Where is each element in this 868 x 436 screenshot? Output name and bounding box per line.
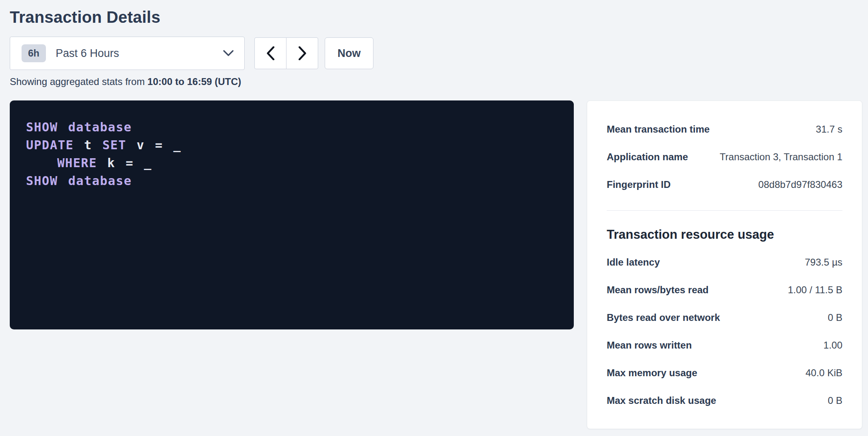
stat-row-application-name: Application name Transaction 3, Transact… [607, 143, 842, 171]
transaction-sql-panel: SHOW databaseUPDATE t SET v = _ WHERE k … [10, 100, 574, 329]
stat-label: Mean transaction time [607, 124, 710, 135]
time-controls: 6h Past 6 Hours Now [10, 37, 862, 70]
transaction-details-card: Mean transaction time 31.7 s Application… [587, 100, 862, 429]
stat-label: Mean rows written [607, 340, 692, 351]
sql-line: SHOW database [26, 172, 558, 190]
range-value: 10:00 to 16:59 (UTC) [148, 76, 241, 87]
now-button[interactable]: Now [325, 37, 373, 69]
stat-row-bytes-read-over-network: Bytes read over network 0 B [607, 304, 842, 331]
card-divider [607, 210, 842, 211]
stat-value: 08d8b7d97f830463 [758, 179, 842, 190]
prev-interval-button[interactable] [254, 37, 286, 69]
time-interval-label: Past 6 Hours [56, 47, 119, 60]
stat-value: 0 B [828, 395, 842, 406]
stat-value: 40.0 KiB [805, 367, 842, 379]
aggregated-stats-range: Showing aggregated stats from 10:00 to 1… [10, 75, 862, 88]
stat-row-mean-transaction-time: Mean transaction time 31.7 s [607, 116, 842, 143]
sql-line: SHOW database [26, 118, 558, 136]
chevron-right-icon [298, 46, 306, 60]
sql-line: WHERE k = _ [26, 154, 558, 172]
time-interval-badge: 6h [22, 44, 46, 62]
stat-value: 1.00 / 11.5 B [788, 284, 842, 296]
next-interval-button[interactable] [286, 37, 318, 69]
range-prefix: Showing aggregated stats from [10, 76, 148, 87]
stat-label: Fingerprint ID [607, 179, 671, 190]
stat-value: 1.00 [823, 340, 842, 351]
sql-line: UPDATE t SET v = _ [26, 136, 558, 154]
resource-usage-heading: Transaction resource usage [607, 221, 842, 249]
chevron-left-icon [267, 46, 275, 60]
main-content: SHOW databaseUPDATE t SET v = _ WHERE k … [10, 100, 862, 429]
stat-value: 31.7 s [816, 124, 842, 135]
stat-row-max-scratch-disk-usage: Max scratch disk usage 0 B [607, 387, 842, 414]
stat-row-fingerprint-id: Fingerprint ID 08d8b7d97f830463 [607, 171, 842, 198]
stat-label: Bytes read over network [607, 312, 720, 323]
stat-row-idle-latency: Idle latency 793.5 µs [607, 249, 842, 276]
stat-row-mean-rows-written: Mean rows written 1.00 [607, 331, 842, 359]
transaction-details-page: Transaction Details 6h Past 6 Hours Now … [0, 0, 868, 436]
stat-row-max-memory-usage: Max memory usage 40.0 KiB [607, 359, 842, 387]
stat-row-mean-rows-bytes-read: Mean rows/bytes read 1.00 / 11.5 B [607, 276, 842, 304]
stat-value: 793.5 µs [805, 257, 842, 268]
time-interval-dropdown[interactable]: 6h Past 6 Hours [10, 37, 245, 70]
chevron-down-icon [223, 50, 234, 57]
stat-label: Max memory usage [607, 367, 697, 379]
stat-label: Mean rows/bytes read [607, 284, 709, 296]
stat-label: Application name [607, 151, 688, 163]
interval-step-buttons [254, 37, 318, 69]
stat-value: 0 B [828, 312, 842, 323]
stat-value: Transaction 3, Transaction 1 [720, 151, 842, 163]
stat-label: Max scratch disk usage [607, 395, 716, 406]
page-title: Transaction Details [10, 7, 862, 27]
sql-statements: SHOW databaseUPDATE t SET v = _ WHERE k … [26, 118, 558, 190]
stat-label: Idle latency [607, 257, 660, 268]
